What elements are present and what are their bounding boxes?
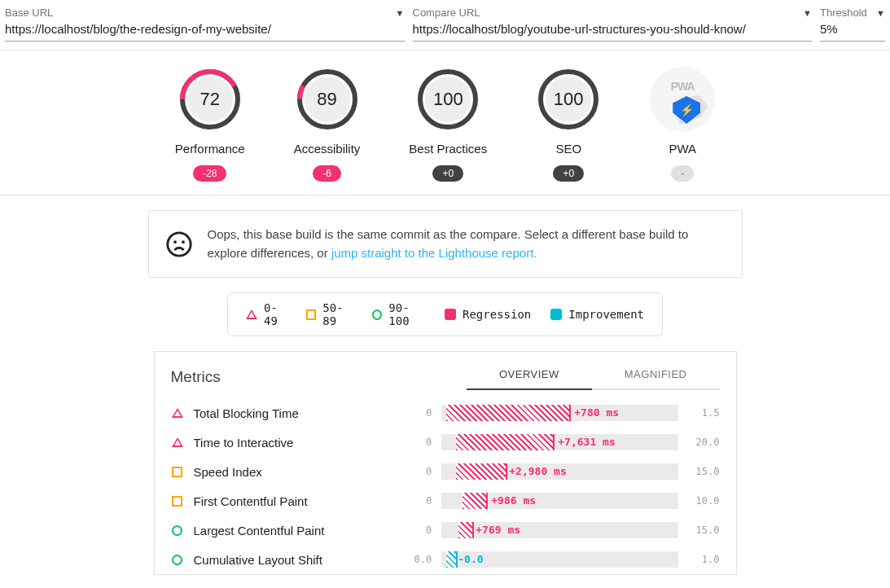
gauge-delta-badge: -28: [193, 165, 226, 182]
metric-delta: +7,631 ms: [558, 436, 615, 448]
legend-regression: Regression: [445, 308, 531, 321]
tab-magnified[interactable]: MAGNIFIED: [592, 363, 720, 390]
triangle-icon: [172, 408, 183, 418]
tab-overview[interactable]: OVERVIEW: [467, 363, 592, 390]
legend-90-100: 90-100: [372, 301, 425, 327]
metric-delta: +769 ms: [476, 524, 520, 536]
metric-name: First Contentful Paint: [194, 494, 399, 508]
gauge-score: 72: [178, 67, 243, 132]
lighthouse-report-link[interactable]: jump straight to the Lighthouse report.: [331, 246, 537, 260]
triangle-icon: [172, 437, 183, 447]
svg-point-12: [167, 232, 190, 255]
pwa-icon: PWA⚡: [650, 67, 715, 132]
gauge-label: Accessibility: [294, 142, 361, 156]
metric-name: Time to Interactive: [194, 436, 399, 450]
gauge-delta-badge: +0: [553, 165, 584, 182]
metric-max: 15.0: [688, 524, 720, 536]
metric-min: 0: [408, 466, 432, 477]
sad-face-icon: [165, 230, 193, 258]
threshold-label: Threshold: [820, 7, 867, 19]
metric-delta: +2,980 ms: [509, 465, 566, 477]
legend-improvement: Improvement: [550, 308, 644, 321]
metric-name: Total Blocking Time: [194, 406, 399, 420]
metric-max: 1.5: [688, 407, 720, 419]
svg-point-14: [182, 240, 185, 244]
metric-delta: -0.0: [458, 553, 483, 565]
gauge-best-practices: 100Best Practices +0: [409, 67, 487, 182]
improvement-swatch-icon: [550, 309, 562, 320]
metric-min: 0: [408, 495, 432, 507]
square-icon: [172, 496, 182, 507]
metric-bar: +2,980 ms: [441, 463, 677, 480]
metrics-panel: Metrics OVERVIEW MAGNIFIED Total Blockin…: [154, 351, 737, 575]
svg-point-13: [173, 240, 177, 244]
metric-row: Cumulative Layout Shift 0.0 -0.0 1.0: [155, 545, 736, 574]
circle-icon: [172, 555, 182, 565]
gauge-ring: 100: [536, 67, 601, 132]
base-url-field[interactable]: Base URL▼ https://localhost/blog/the-red…: [5, 7, 405, 42]
metric-row: Time to Interactive 0 +7,631 ms 20.0: [155, 428, 736, 457]
metric-bar: +780 ms: [441, 405, 677, 421]
compare-url-label: Compare URL: [413, 7, 480, 19]
square-icon: [306, 309, 316, 320]
url-header: Base URL▼ https://localhost/blog/the-red…: [0, 0, 890, 50]
metric-bar: +986 ms: [441, 493, 677, 509]
gauge-pwa: PWA⚡PWA -: [650, 67, 715, 182]
metric-min: 0.0: [408, 554, 432, 565]
gauge-accessibility: 89Accessibility -6: [294, 67, 361, 182]
compare-url-value[interactable]: https://localhost/blog/youtube-url-struc…: [413, 20, 813, 41]
threshold-value[interactable]: 5%: [820, 20, 885, 41]
metric-max: 10.0: [688, 495, 720, 507]
gauge-score: 100: [415, 67, 480, 132]
gauge-seo: 100SEO +0: [536, 67, 601, 182]
metric-max: 20.0: [688, 437, 720, 448]
gauge-delta-badge: +0: [432, 165, 463, 182]
metric-name: Speed Index: [194, 465, 399, 479]
base-url-value[interactable]: https://localhost/blog/the-redesign-of-m…: [5, 20, 405, 41]
circle-icon: [172, 525, 182, 536]
legend-box: 0-49 50-89 90-100 Regression Improvement: [227, 292, 663, 336]
gauge-score: 89: [295, 67, 360, 132]
metric-delta: +986 ms: [491, 494, 536, 507]
gauge-delta-badge: -: [671, 165, 694, 182]
metric-min: 0: [408, 524, 432, 536]
square-icon: [172, 467, 182, 477]
chevron-down-icon: ▼: [396, 8, 405, 18]
gauge-performance: 72Performance -28: [175, 67, 245, 182]
chevron-down-icon: ▼: [803, 8, 812, 18]
legend-0-49: 0-49: [246, 301, 287, 327]
compare-url-field[interactable]: Compare URL▼ https://localhost/blog/yout…: [413, 7, 813, 42]
gauge-ring: 100: [415, 67, 480, 132]
metric-min: 0: [408, 437, 432, 448]
metric-max: 1.0: [688, 554, 720, 565]
base-url-label: Base URL: [5, 7, 53, 19]
gauge-score: 100: [536, 67, 601, 132]
regression-swatch-icon: [445, 309, 456, 320]
metrics-tabs: OVERVIEW MAGNIFIED: [467, 363, 720, 390]
metric-bar: +7,631 ms: [441, 434, 677, 450]
triangle-icon: [246, 309, 257, 319]
threshold-field[interactable]: Threshold▼ 5%: [820, 7, 885, 42]
circle-icon: [372, 309, 382, 320]
metric-bar: +769 ms: [441, 522, 677, 538]
gauge-label: SEO: [555, 142, 581, 156]
metric-row: Speed Index 0 +2,980 ms 15.0: [155, 457, 736, 486]
gauge-delta-badge: -6: [313, 165, 341, 182]
metric-bar: -0.0: [441, 551, 677, 568]
metric-row: Total Blocking Time 0 +780 ms 1.5: [155, 398, 736, 428]
metrics-title: Metrics: [171, 368, 415, 386]
metric-min: 0: [408, 407, 432, 419]
gauge-label: PWA: [669, 142, 696, 156]
gauge-label: Best Practices: [409, 142, 487, 156]
gauge-ring: 89: [295, 67, 360, 132]
metric-delta: +780 ms: [574, 406, 619, 419]
alert-text: Oops, this base build is the same commit…: [208, 226, 726, 262]
metric-row: First Contentful Paint 0 +986 ms 10.0: [155, 486, 736, 516]
gauge-label: Performance: [175, 142, 245, 156]
alert-box: Oops, this base build is the same commit…: [148, 210, 743, 278]
chevron-down-icon: ▼: [876, 8, 885, 18]
metric-row: Largest Contentful Paint 0 +769 ms 15.0: [155, 516, 736, 545]
metric-max: 15.0: [688, 466, 720, 477]
gauge-ring: 72: [178, 67, 243, 132]
legend-50-89: 50-89: [306, 301, 353, 327]
